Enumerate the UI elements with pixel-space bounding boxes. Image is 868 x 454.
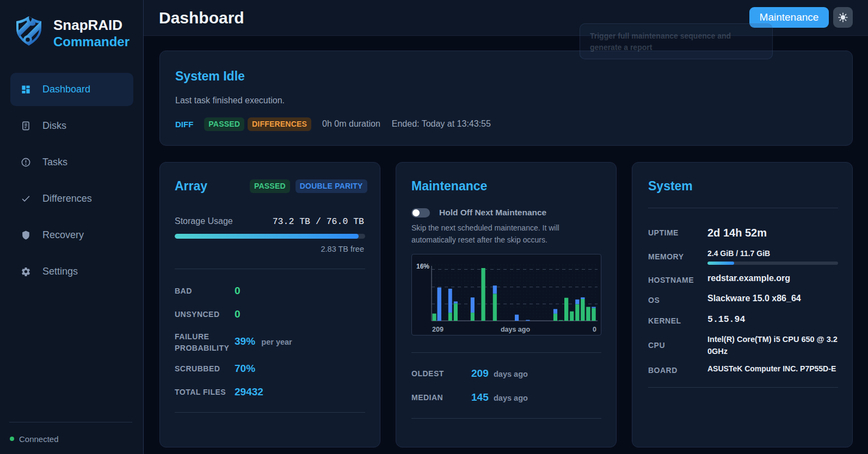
svg-text:0: 0 [593,326,596,333]
svg-text:209: 209 [432,326,444,333]
svg-text:16%: 16% [416,263,429,270]
svg-text:days ago: days ago [501,326,531,333]
